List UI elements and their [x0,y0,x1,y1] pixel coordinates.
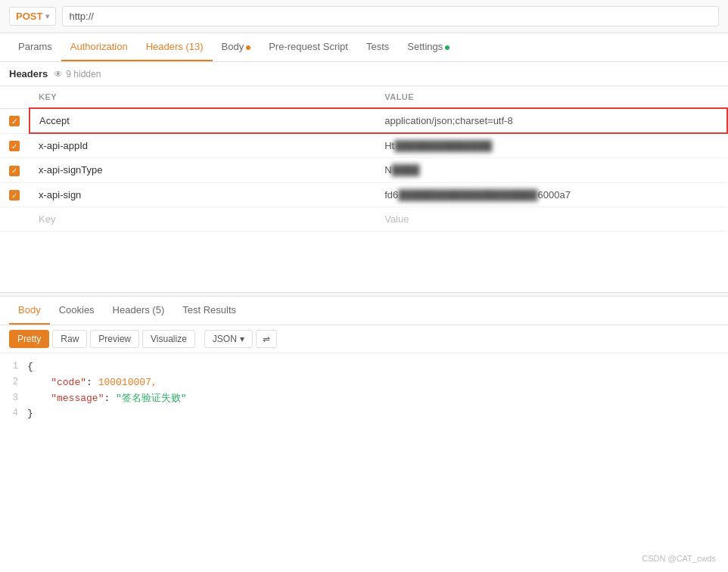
headers-section: Headers 👁 9 hidden [0,62,728,86]
tab-authorization[interactable]: Authorization [61,33,137,61]
checkbox-cell[interactable]: ✓ [0,182,30,207]
checkbox-sign[interactable]: ✓ [9,190,20,201]
line-num-4: 4 [0,406,27,421]
line-content-3: "message": "签名验证失败" [27,391,728,407]
line-content-2: "code": 100010007, [27,375,728,391]
value-cell: N████ [375,158,727,183]
method-arrow: ▾ [45,12,49,20]
key-placeholder: Key [39,213,55,225]
eye-icon: 👁 [54,69,63,79]
code-line-3: 3 "message": "签名验证失败" [0,391,728,407]
hidden-badge: 👁 9 hidden [54,69,101,79]
code-line-1: 1 { [0,359,728,375]
json-key-code: "code" [51,377,86,388]
json-key-message: "message" [51,393,104,404]
tab-headers[interactable]: Headers (13) [137,33,213,61]
value-placeholder: Value [384,213,409,225]
tab-settings[interactable]: Settings [398,33,459,61]
table-row-empty: Key Value [0,207,727,232]
code-area: 1 { 2 "code": 100010007, 3 "message": "签… [0,353,728,428]
value-text: Ht██████████████ [384,140,492,151]
tab-test-results[interactable]: Test Results [173,297,245,325]
value-text: N████ [384,164,419,176]
table-body: ✓ Accept application/json;charset=utf-8 … [0,108,727,232]
table-row: ✓ x-api-sign fd6████████████████████6000… [0,182,727,207]
tab-response-headers[interactable]: Headers (5) [104,297,174,325]
empty-key-cell[interactable]: Key [30,207,375,232]
checkbox-accept[interactable]: ✓ [9,116,20,126]
format-dropdown[interactable]: JSON ▾ [204,330,253,348]
format-label: JSON [213,334,237,344]
code-line-2: 2 "code": 100010007, [0,375,728,391]
code-line-4: 4 } [0,406,728,422]
checkbox-cell[interactable]: ✓ [0,133,30,158]
tab-tests[interactable]: Tests [357,33,398,61]
json-value-code: 100010007, [98,377,157,388]
col-check [0,86,30,108]
value-cell: Ht██████████████ [375,133,727,158]
key-cell: x-api-signType [30,158,375,183]
blurred-value: ██████████████ [394,140,492,151]
key-cell: Accept [30,108,375,133]
tab-prerequest[interactable]: Pre-request Script [260,33,357,61]
col-key-header: KEY [30,86,375,108]
method-select[interactable]: POST ▾ [9,7,56,26]
line-content-1: { [27,359,728,375]
line-content-4: } [27,406,728,422]
format-arrow: ▾ [240,334,244,344]
key-text: x-api-signType [39,164,103,176]
wrap-button[interactable]: ⇌ [256,330,277,348]
checkbox-cell[interactable]: ✓ [0,158,30,183]
tab-body[interactable]: Body [213,33,260,61]
checkbox-appid[interactable]: ✓ [9,141,20,151]
table-row: ✓ x-api-appId Ht██████████████ [0,133,727,158]
value-text: application/json;charset=utf-8 [384,115,512,126]
col-value-header: VALUE [375,86,727,108]
key-text: Accept [39,115,70,126]
tab-params[interactable]: Params [9,33,61,61]
response-toolbar: Pretty Raw Preview Visualize JSON ▾ ⇌ [0,325,728,353]
key-text: x-api-sign [39,189,81,201]
headers-label: Headers [9,68,48,79]
pretty-button[interactable]: Pretty [9,330,49,348]
tab-response-body[interactable]: Body [9,297,50,325]
headers-table: KEY VALUE ✓ Accept application/json;char… [0,86,728,232]
line-num-3: 3 [0,391,27,406]
json-value-message: "签名验证失败" [116,393,187,404]
url-bar: POST ▾ [0,0,728,33]
method-label: POST [16,11,42,22]
empty-value-cell[interactable]: Value [375,207,727,232]
headers-table-container: KEY VALUE ✓ Accept application/json;char… [0,86,728,232]
checkbox-signtype[interactable]: ✓ [9,166,20,176]
settings-dot [445,45,450,50]
table-row: ✓ x-api-signType N████ [0,158,727,183]
checkbox-cell[interactable]: ✓ [0,108,30,133]
blurred-value: ████ [392,164,420,176]
value-text: fd6████████████████████6000a7 [384,189,571,201]
hidden-count: 9 hidden [66,69,101,79]
response-tabs: Body Cookies Headers (5) Test Results [0,297,728,325]
tab-response-cookies[interactable]: Cookies [50,297,104,325]
key-text: x-api-appId [39,140,88,151]
body-dot [246,45,250,50]
empty-checkbox-cell [0,207,30,232]
key-cell: x-api-appId [30,133,375,158]
visualize-button[interactable]: Visualize [142,330,195,348]
url-input[interactable] [62,6,719,26]
key-cell: x-api-sign [30,182,375,207]
request-tabs: Params Authorization Headers (13) Body P… [0,33,728,62]
preview-button[interactable]: Preview [90,330,139,348]
raw-button[interactable]: Raw [52,330,87,348]
value-cell: fd6████████████████████6000a7 [375,182,727,207]
value-cell: application/json;charset=utf-8 [375,108,727,133]
table-row: ✓ Accept application/json;charset=utf-8 [0,108,727,133]
line-num-2: 2 [0,375,27,390]
blurred-value: ████████████████████ [398,189,537,201]
table-header: KEY VALUE [0,86,727,108]
line-num-1: 1 [0,359,27,374]
